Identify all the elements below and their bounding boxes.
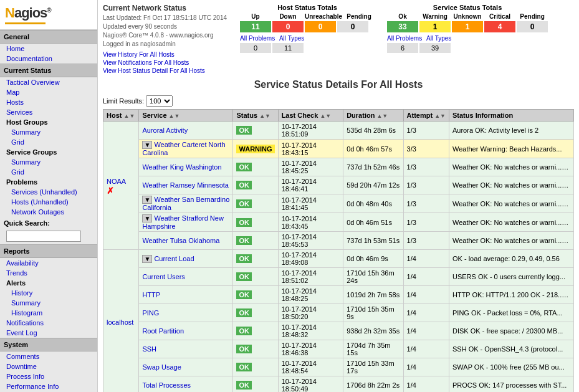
sidebar-item-trends[interactable]: Trends bbox=[0, 268, 97, 278]
col-host[interactable]: Host ▲▼ bbox=[103, 110, 139, 122]
sidebar-item-process-info[interactable]: Process Info bbox=[0, 371, 97, 381]
sidebar-item-availability[interactable]: Availability bbox=[0, 258, 97, 268]
sidebar-item-performance-info[interactable]: Performance Info bbox=[0, 381, 97, 391]
attempt-cell: 1/3 bbox=[403, 194, 449, 213]
sidebar-item-hosts[interactable]: Hosts bbox=[0, 97, 97, 107]
sidebar-item-alerts-histogram[interactable]: Histogram bbox=[0, 308, 97, 318]
logged-in: Logged in as nagiosadmin bbox=[103, 40, 227, 49]
service-link[interactable]: Weather King Washington bbox=[142, 163, 221, 171]
service-link[interactable]: Weather San Bernardino California bbox=[142, 196, 229, 211]
status-cell: OK bbox=[233, 176, 278, 194]
quick-search-input[interactable] bbox=[6, 231, 81, 242]
service-link[interactable]: Weather Tulsa Oklahoma bbox=[142, 237, 219, 244]
sidebar-item-tactical-overview[interactable]: Tactical Overview bbox=[0, 77, 97, 87]
svc-ok-count[interactable]: 33 bbox=[387, 21, 418, 32]
svc-warning-count[interactable]: 1 bbox=[419, 21, 451, 32]
service-link[interactable]: Current Users bbox=[142, 273, 184, 280]
service-link[interactable]: Swap Usage bbox=[142, 363, 181, 371]
col-duration[interactable]: Duration ▲▼ bbox=[343, 110, 403, 122]
status-cell: OK bbox=[233, 213, 278, 232]
service-totals-headers: Ok Warning Unknown Critical Pending bbox=[387, 13, 548, 20]
status-sort-arrows: ▲▼ bbox=[259, 113, 270, 119]
svc-critical-count[interactable]: 4 bbox=[484, 21, 515, 32]
svc-header-ok: Ok bbox=[387, 13, 418, 20]
host-types-val[interactable]: 11 bbox=[272, 43, 304, 53]
service-dropdown-btn[interactable]: ▼ bbox=[142, 214, 152, 222]
service-link[interactable]: Weather Carteret North Carolina bbox=[142, 141, 225, 156]
col-last-check[interactable]: Last Check ▲▼ bbox=[278, 110, 343, 122]
sidebar-item-notifications[interactable]: Notifications bbox=[0, 318, 97, 328]
svc-problems-val[interactable]: 6 bbox=[387, 43, 418, 53]
sidebar-item-alerts-summary[interactable]: Summary bbox=[0, 298, 97, 308]
sidebar-item-hostgroups-grid[interactable]: Grid bbox=[0, 137, 97, 147]
host-all-types-link[interactable]: All Types bbox=[276, 35, 307, 42]
host-pending-count[interactable]: 0 bbox=[337, 21, 368, 32]
status-cell: OK bbox=[233, 376, 278, 393]
svc-unknown-count[interactable]: 1 bbox=[452, 21, 483, 32]
sidebar-item-services[interactable]: Services bbox=[0, 107, 97, 117]
col-status[interactable]: Status ▲▼ bbox=[233, 110, 278, 122]
service-cell: Swap Usage bbox=[139, 358, 233, 376]
attempt-cell: 1/3 bbox=[403, 158, 449, 176]
duration-cell: 0d 0h 46m 9s bbox=[343, 250, 403, 268]
link-view-history[interactable]: View History For All Hosts bbox=[103, 51, 227, 58]
sidebar-item-comments[interactable]: Comments bbox=[0, 351, 97, 361]
service-link[interactable]: Weather Strafford New Hampshire bbox=[142, 214, 223, 230]
link-view-notifications[interactable]: View Notifications For All Hosts bbox=[103, 59, 227, 66]
status-badge: OK bbox=[236, 363, 252, 371]
duration-cell: 0d 0h 46m 57s bbox=[343, 140, 403, 158]
svc-all-problems-link[interactable]: All Problems bbox=[387, 35, 422, 42]
sidebar-item-network-outages[interactable]: Network Outages bbox=[0, 207, 97, 217]
host-status-totals: Host Status Totals Up Down Unreachable P… bbox=[240, 4, 375, 53]
host-link[interactable]: localhost bbox=[107, 318, 133, 326]
service-link[interactable]: HTTP bbox=[142, 291, 160, 299]
sidebar-item-services-unhandled[interactable]: Services (Unhandled) bbox=[0, 187, 97, 197]
host-totals-values[interactable]: 11 0 0 0 bbox=[240, 21, 375, 32]
limit-label: Limit Results: bbox=[103, 97, 144, 105]
status-cell: OK bbox=[233, 232, 278, 250]
service-link[interactable]: Root Partition bbox=[142, 327, 184, 335]
sidebar-item-home[interactable]: Home bbox=[0, 44, 97, 54]
svc-types-val[interactable]: 39 bbox=[419, 43, 451, 53]
host-unreachable-count[interactable]: 0 bbox=[305, 21, 336, 32]
service-link[interactable]: Current Load bbox=[154, 255, 194, 262]
svc-header-critical: Critical bbox=[484, 13, 515, 20]
service-link[interactable]: Auroral Activity bbox=[142, 127, 188, 134]
sidebar-item-hosts-unhandled[interactable]: Hosts (Unhandled) bbox=[0, 197, 97, 207]
sidebar-item-downtime[interactable]: Downtime bbox=[0, 361, 97, 371]
host-problems-val[interactable]: 0 bbox=[240, 43, 271, 53]
link-view-host-status[interactable]: View Host Status Detail For All Hosts bbox=[103, 67, 227, 74]
host-all-problems-link[interactable]: All Problems bbox=[240, 35, 275, 42]
status-info-cell: SSH OK - OpenSSH_4.3 (protocol... bbox=[449, 340, 573, 358]
sidebar-item-servicegroups-summary[interactable]: Summary bbox=[0, 157, 97, 167]
limit-select[interactable]: 100 25 50 All bbox=[146, 95, 173, 107]
last-check-cell: 10-17-2014 18:46:38 bbox=[278, 340, 343, 358]
sidebar-item-servicegroups-grid[interactable]: Grid bbox=[0, 167, 97, 177]
service-link[interactable]: Total Processes bbox=[142, 381, 191, 389]
service-dropdown-btn[interactable]: ▼ bbox=[142, 141, 152, 149]
host-header-up: Up bbox=[240, 13, 271, 20]
table-row: Weather King WashingtonOK10-17-2014 18:4… bbox=[103, 158, 574, 176]
service-link[interactable]: Weather Ramsey Minnesota bbox=[142, 181, 229, 189]
host-down-count[interactable]: 0 bbox=[272, 21, 304, 32]
update-interval: Updated every 90 seconds bbox=[103, 22, 227, 31]
service-dropdown-btn[interactable]: ▼ bbox=[142, 196, 152, 204]
status-cell: OK bbox=[233, 158, 278, 176]
duration-cell: 1706d 8h 22m 2s bbox=[343, 376, 403, 393]
sidebar-item-alerts-history[interactable]: History bbox=[0, 288, 97, 298]
service-totals-values[interactable]: 33 1 1 4 0 bbox=[387, 21, 548, 32]
service-link[interactable]: SSH bbox=[142, 345, 156, 353]
service-cell: SSH bbox=[139, 340, 233, 358]
service-link[interactable]: PING bbox=[142, 309, 159, 317]
host-up-count[interactable]: 11 bbox=[240, 21, 271, 32]
col-attempt[interactable]: Attempt ▲▼ bbox=[403, 110, 449, 122]
service-dropdown-btn[interactable]: ▼ bbox=[142, 255, 152, 263]
col-service[interactable]: Service ▲▼ bbox=[139, 110, 233, 122]
sidebar-item-documentation[interactable]: Documentation bbox=[0, 54, 97, 64]
sidebar-item-hostgroups-summary[interactable]: Summary bbox=[0, 127, 97, 137]
svc-all-types-link[interactable]: All Types bbox=[423, 35, 454, 42]
sidebar-item-event-log[interactable]: Event Log bbox=[0, 328, 97, 338]
host-link[interactable]: NOAA bbox=[107, 178, 126, 185]
svc-pending-count[interactable]: 0 bbox=[517, 21, 548, 32]
sidebar-item-map[interactable]: Map bbox=[0, 87, 97, 97]
